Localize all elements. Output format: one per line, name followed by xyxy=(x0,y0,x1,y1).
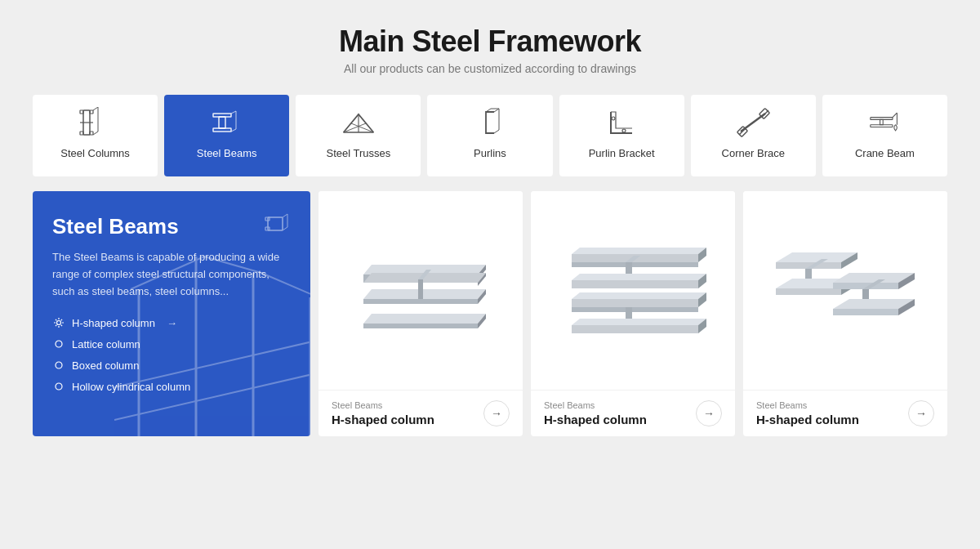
category-tab-steel-beams[interactable]: Steel Beams xyxy=(164,95,289,176)
svg-rect-81 xyxy=(572,307,698,312)
svg-marker-76 xyxy=(572,274,706,280)
product-card-0-footer: Steel Beams H-shaped column → xyxy=(318,390,523,436)
svg-rect-78 xyxy=(572,299,698,307)
svg-marker-66 xyxy=(363,324,478,328)
product-0-arrow-btn[interactable]: → xyxy=(483,400,510,426)
svg-rect-3 xyxy=(80,132,83,135)
circle-icon-3 xyxy=(52,380,65,393)
page-title: Main Steel Framework xyxy=(33,25,947,59)
purlins-icon xyxy=(470,106,510,139)
steel-columns-label: Steel Columns xyxy=(60,147,130,159)
svg-rect-4 xyxy=(90,132,93,135)
svg-point-24 xyxy=(612,117,615,120)
category-tab-crane-beam[interactable]: Crane Beam xyxy=(822,95,947,176)
circle-icon-1 xyxy=(52,337,65,350)
content-row: Steel Beams The Steel Beams is capable o… xyxy=(33,191,947,436)
product-card-1-image xyxy=(531,191,735,390)
crane-beam-label: Crane Beam xyxy=(855,147,915,159)
svg-marker-62 xyxy=(363,289,486,299)
left-panel-title: Steel Beams xyxy=(52,214,291,239)
circle-icon-2 xyxy=(52,359,65,372)
left-panel-description: The Steel Beams is capable of producing … xyxy=(52,249,291,300)
feature-list: H-shaped column → Lattice column Boxed c… xyxy=(52,316,291,393)
svg-point-52 xyxy=(56,341,62,347)
feature-item-2[interactable]: Boxed column xyxy=(52,359,291,372)
feature-item-3[interactable]: Hollow cylindrical column xyxy=(52,380,291,393)
svg-rect-33 xyxy=(880,119,884,124)
left-panel: Steel Beams The Steel Beams is capable o… xyxy=(33,191,310,436)
feature-item-0[interactable]: H-shaped column → xyxy=(52,316,291,329)
page: Main Steel Framework All our products ca… xyxy=(0,0,980,549)
page-header: Main Steel Framework All our products ca… xyxy=(33,25,947,75)
product-0-category: Steel Beams xyxy=(332,400,434,410)
product-card-1-footer: Steel Beams H-shaped column → xyxy=(531,390,735,436)
feature-item-1[interactable]: Lattice column xyxy=(52,337,291,350)
feature-label-3: Hollow cylindrical column xyxy=(72,381,190,393)
svg-line-6 xyxy=(93,107,98,110)
category-tab-steel-columns[interactable]: Steel Columns xyxy=(33,95,158,176)
corner-brace-icon xyxy=(733,106,773,139)
svg-point-54 xyxy=(56,383,62,390)
svg-rect-72 xyxy=(572,262,698,267)
category-tab-steel-trusses[interactable]: Steel Trusses xyxy=(296,95,421,176)
product-card-2-footer: Steel Beams H-shaped column → xyxy=(743,390,947,436)
purlin-bracket-icon xyxy=(601,106,642,139)
product-card-1: Steel Beams H-shaped column → xyxy=(531,191,735,436)
steel-trusses-icon xyxy=(338,106,379,139)
settings-icon xyxy=(52,316,65,329)
steel-beams-label: Steel Beams xyxy=(197,147,257,159)
svg-line-34 xyxy=(893,113,897,117)
product-2-category: Steel Beams xyxy=(756,400,859,410)
product-2-arrow-btn[interactable]: → xyxy=(908,400,934,426)
svg-line-7 xyxy=(93,132,98,135)
feature-label-1: Lattice column xyxy=(72,338,140,350)
svg-rect-11 xyxy=(213,128,231,132)
feature-label-0: H-shaped column xyxy=(72,317,155,329)
svg-point-53 xyxy=(56,362,62,368)
steel-trusses-label: Steel Trusses xyxy=(326,147,390,159)
svg-point-51 xyxy=(57,321,61,325)
category-tab-corner-brace[interactable]: Corner Brace xyxy=(691,95,816,176)
svg-line-12 xyxy=(231,111,236,114)
svg-marker-67 xyxy=(363,314,486,324)
svg-rect-75 xyxy=(572,280,698,288)
svg-marker-61 xyxy=(363,299,478,304)
product-card-0-image xyxy=(318,191,523,390)
steel-beams-icon xyxy=(207,106,247,139)
product-1-arrow-btn[interactable]: → xyxy=(696,400,722,426)
feature-label-2: Boxed column xyxy=(72,359,139,372)
product-1-category: Steel Beams xyxy=(544,400,647,410)
svg-marker-79 xyxy=(572,292,706,299)
steel-columns-icon xyxy=(75,106,116,139)
purlin-bracket-label: Purlin Bracket xyxy=(589,147,655,159)
product-1-title: H-shaped column xyxy=(544,413,647,426)
svg-line-13 xyxy=(231,129,236,132)
product-0-title: H-shaped column xyxy=(332,413,434,426)
svg-marker-84 xyxy=(572,319,706,325)
svg-marker-70 xyxy=(572,248,706,254)
svg-line-20 xyxy=(494,130,499,133)
feature-arrow-0[interactable]: → xyxy=(167,317,177,329)
svg-rect-10 xyxy=(219,117,225,128)
svg-rect-83 xyxy=(572,325,698,333)
corner-brace-label: Corner Brace xyxy=(722,147,785,159)
svg-rect-1 xyxy=(80,110,83,114)
product-card-0: Steel Beams H-shaped column → xyxy=(318,191,523,436)
svg-rect-64 xyxy=(418,279,423,299)
crane-beam-icon xyxy=(864,106,905,139)
product-card-2-image xyxy=(743,191,947,390)
svg-rect-92 xyxy=(776,288,841,295)
product-card-2: Steel Beams H-shaped column → xyxy=(743,191,947,436)
svg-rect-100 xyxy=(833,309,898,315)
category-row: Steel Columns Steel Beams xyxy=(33,95,947,176)
product-cards: Steel Beams H-shaped column → xyxy=(318,191,947,436)
category-tab-purlin-bracket[interactable]: Purlin Bracket xyxy=(559,95,684,176)
svg-rect-2 xyxy=(90,110,93,114)
page-subtitle: All our products can be customized accor… xyxy=(33,62,947,75)
category-tab-purlins[interactable]: Purlins xyxy=(427,95,552,176)
svg-line-19 xyxy=(494,109,499,112)
purlins-label: Purlins xyxy=(474,147,506,159)
svg-point-25 xyxy=(622,129,626,132)
product-2-title: H-shaped column xyxy=(756,413,859,426)
